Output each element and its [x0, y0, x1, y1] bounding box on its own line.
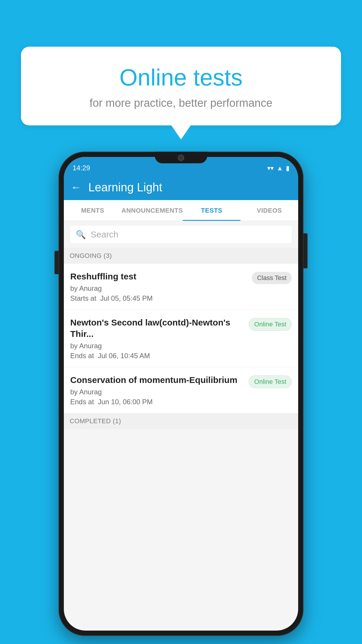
- test-name-2: Newton's Second law(contd)-Newton's Thir…: [70, 317, 244, 340]
- phone-notch: [155, 152, 207, 163]
- test-name-3: Conservation of momentum-Equilibrium: [70, 374, 244, 386]
- status-icons: ▾▾ ▲ ▮: [267, 164, 289, 172]
- test-time-3: Ends at Jun 10, 06:00 PM: [70, 398, 244, 406]
- tab-videos[interactable]: VIDEOS: [240, 200, 298, 221]
- test-info-1: Reshuffling test by Anurag Starts at Jul…: [70, 271, 252, 302]
- test-info-3: Conservation of momentum-Equilibrium by …: [70, 374, 249, 406]
- search-icon: 🔍: [76, 230, 86, 239]
- phone-screen: 14:29 ▾▾ ▲ ▮ ← Learning Light MENTS: [64, 157, 298, 631]
- tab-bar: MENTS ANNOUNCEMENTS TESTS VIDEOS: [64, 200, 298, 221]
- test-badge-2: Online Test: [249, 318, 292, 331]
- test-time-2: Ends at Jul 06, 10:45 AM: [70, 352, 244, 360]
- list-item[interactable]: Newton's Second law(contd)-Newton's Thir…: [64, 310, 298, 367]
- speech-bubble-title: Online tests: [36, 64, 326, 91]
- wifi-icon: ▾▾: [267, 164, 274, 172]
- camera-icon: [178, 155, 184, 161]
- app-title: Learning Light: [88, 181, 162, 194]
- phone-wrapper: 14:29 ▾▾ ▲ ▮ ← Learning Light MENTS: [59, 152, 303, 636]
- test-author-1: by Anurag: [70, 284, 247, 293]
- tab-announcements[interactable]: ANNOUNCEMENTS: [122, 200, 183, 221]
- status-time: 14:29: [73, 164, 90, 172]
- completed-section-label: COMPLETED (1): [64, 413, 298, 429]
- test-name-1: Reshuffling test: [70, 271, 247, 282]
- tab-ments[interactable]: MENTS: [64, 200, 122, 221]
- ongoing-section-label: ONGOING (3): [64, 248, 298, 264]
- speech-bubble: Online tests for more practice, better p…: [21, 47, 341, 125]
- tab-tests[interactable]: TESTS: [183, 200, 240, 221]
- test-badge-1: Class Test: [252, 272, 292, 284]
- test-author-2: by Anurag: [70, 342, 244, 350]
- test-info-2: Newton's Second law(contd)-Newton's Thir…: [70, 317, 249, 360]
- battery-icon: ▮: [286, 164, 289, 172]
- test-list: Reshuffling test by Anurag Starts at Jul…: [64, 264, 298, 413]
- signal-icon: ▲: [277, 164, 283, 172]
- list-item[interactable]: Conservation of momentum-Equilibrium by …: [64, 367, 298, 413]
- back-button[interactable]: ←: [71, 181, 81, 193]
- app-header: ← Learning Light: [64, 174, 298, 200]
- search-container: 🔍 Search: [64, 221, 298, 248]
- search-bar[interactable]: 🔍 Search: [70, 225, 292, 244]
- test-badge-3: Online Test: [249, 375, 292, 388]
- phone-outer: 14:29 ▾▾ ▲ ▮ ← Learning Light MENTS: [59, 152, 303, 636]
- speech-bubble-subtitle: for more practice, better performance: [36, 97, 326, 109]
- test-time-1: Starts at Jul 05, 05:45 PM: [70, 294, 247, 302]
- test-author-3: by Anurag: [70, 388, 244, 396]
- search-placeholder: Search: [91, 230, 118, 239]
- list-item[interactable]: Reshuffling test by Anurag Starts at Jul…: [64, 264, 298, 310]
